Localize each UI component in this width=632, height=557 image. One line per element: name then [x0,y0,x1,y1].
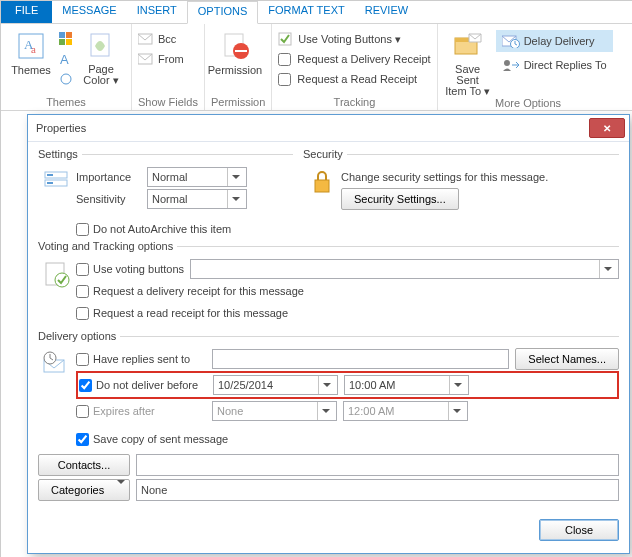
chevron-down-icon [317,402,334,420]
group-more-label: More Options [444,97,613,109]
security-text: Change security settings for this messag… [341,171,548,183]
svg-rect-5 [59,39,65,45]
replies-to-field[interactable] [212,349,509,369]
deliver-time-combo[interactable]: 10:00 AM [344,375,469,395]
req-delivery-check[interactable]: Request a delivery receipt for this mess… [76,285,304,298]
delivery-options-group: Delivery options Have replies sent to Se… [38,330,619,501]
group-show-fields: Bcc From Show Fields [132,24,205,110]
from-button[interactable]: From [138,50,198,68]
ribbon: Aa Themes A PageColor ▾ Themes Bcc From … [1,24,632,111]
dialog-titlebar: Properties ✕ [28,115,629,142]
tab-format-text[interactable]: FORMAT TEXT [258,1,354,23]
svg-rect-24 [47,182,53,184]
svg-rect-6 [66,39,72,45]
tab-file[interactable]: FILE [1,1,52,23]
svg-rect-3 [59,32,65,38]
chevron-down-icon [227,168,244,186]
select-names-button[interactable]: Select Names... [515,348,619,370]
page-color-label: PageColor ▾ [83,64,118,86]
chevron-down-icon [117,484,125,496]
svg-rect-25 [315,180,329,192]
chevron-down-icon [448,402,465,420]
sensitivity-combo[interactable]: Normal [147,189,247,209]
categories-button[interactable]: Categories [38,479,130,501]
settings-group: Settings Importance Normal Sensitivity N… [38,148,293,210]
autoarchive-check[interactable]: Do not AutoArchive this item [76,223,231,236]
app-window: FILE MESSAGE INSERT OPTIONS FORMAT TEXT … [0,0,632,557]
read-receipt[interactable]: Request a Read Receipt [278,70,430,88]
highlight-delay-row: Do not deliver before 10/25/2014 10:00 A… [76,371,619,399]
permission-icon [219,30,251,62]
svg-text:A: A [60,52,69,66]
group-show-label: Show Fields [138,96,198,108]
direct-replies-button[interactable]: Direct Replies To [496,54,613,76]
deliver-date-combo[interactable]: 10/25/2014 [213,375,338,395]
dialog-title: Properties [36,122,86,134]
delay-delivery-button[interactable]: Delay Delivery [496,30,613,52]
page-color-icon [85,30,117,62]
contacts-field[interactable] [136,454,619,476]
contacts-button[interactable]: Contacts... [38,454,130,476]
security-icon [303,166,341,210]
dialog-close-button[interactable]: ✕ [589,118,625,138]
use-voting-check[interactable]: Use voting buttons [76,263,184,276]
expires-date-combo: None [212,401,337,421]
delivery-receipt[interactable]: Request a Delivery Receipt [278,50,430,68]
svg-rect-14 [235,50,247,52]
group-more: Save SentItem To ▾ Delay Delivery Direct… [438,24,619,110]
group-permission: Permission Permission [205,24,272,110]
bcc-button[interactable]: Bcc [138,30,198,48]
do-not-deliver-check[interactable]: Do not deliver before [79,379,207,392]
save-sent-button[interactable]: Save SentItem To ▾ [444,28,492,97]
permission-button[interactable]: Permission [211,28,259,76]
theme-fonts[interactable]: A [59,50,73,68]
theme-effects[interactable] [59,70,73,88]
voting-icon [38,258,76,324]
expires-after-check[interactable]: Expires after [76,405,206,418]
settings-icon [38,166,76,210]
chevron-down-icon [449,376,466,394]
ribbon-tabs: FILE MESSAGE INSERT OPTIONS FORMAT TEXT … [1,1,632,24]
svg-point-20 [504,60,510,66]
close-button[interactable]: Close [539,519,619,541]
importance-combo[interactable]: Normal [147,167,247,187]
svg-text:a: a [31,43,36,55]
themes-icon: Aa [15,30,47,62]
save-sent-icon [452,30,484,62]
voting-tracking-group: Voting and Tracking options Use voting b… [38,240,619,324]
tab-message[interactable]: MESSAGE [52,1,126,23]
chevron-down-icon [599,260,616,278]
svg-rect-4 [66,32,72,38]
tab-insert[interactable]: INSERT [127,1,187,23]
close-icon: ✕ [603,123,611,134]
delivery-icon [38,348,76,450]
importance-label: Importance [76,171,141,183]
svg-rect-23 [47,174,53,176]
req-read-check[interactable]: Request a read receipt for this message [76,307,288,320]
properties-dialog: Properties ✕ Settings Importance Normal … [27,114,630,554]
group-tracking: Use Voting Buttons ▾ Request a Delivery … [272,24,437,110]
have-replies-check[interactable]: Have replies sent to [76,353,206,366]
chevron-down-icon [318,376,335,394]
svg-point-8 [61,74,71,84]
voting-combo[interactable] [190,259,619,279]
themes-label: Themes [11,64,51,76]
tab-options[interactable]: OPTIONS [187,1,259,24]
tab-review[interactable]: REVIEW [355,1,418,23]
save-copy-check[interactable]: Save copy of sent message [76,433,228,446]
categories-field[interactable]: None [136,479,619,501]
sensitivity-label: Sensitivity [76,193,141,205]
voting-buttons[interactable]: Use Voting Buttons ▾ [278,30,430,48]
save-sent-label: Save SentItem To ▾ [444,64,492,97]
security-group: Security Change security settings for th… [303,148,619,210]
permission-label: Permission [208,64,262,76]
theme-colors[interactable] [59,30,73,48]
page-color-button[interactable]: PageColor ▾ [77,28,125,86]
chevron-down-icon [227,190,244,208]
themes-button[interactable]: Aa Themes [7,28,55,76]
expires-time-combo: 12:00 AM [343,401,468,421]
security-settings-button[interactable]: Security Settings... [341,188,459,210]
group-themes: Aa Themes A PageColor ▾ Themes [1,24,132,110]
group-themes-label: Themes [7,96,125,108]
group-tracking-label: Tracking [278,96,430,108]
